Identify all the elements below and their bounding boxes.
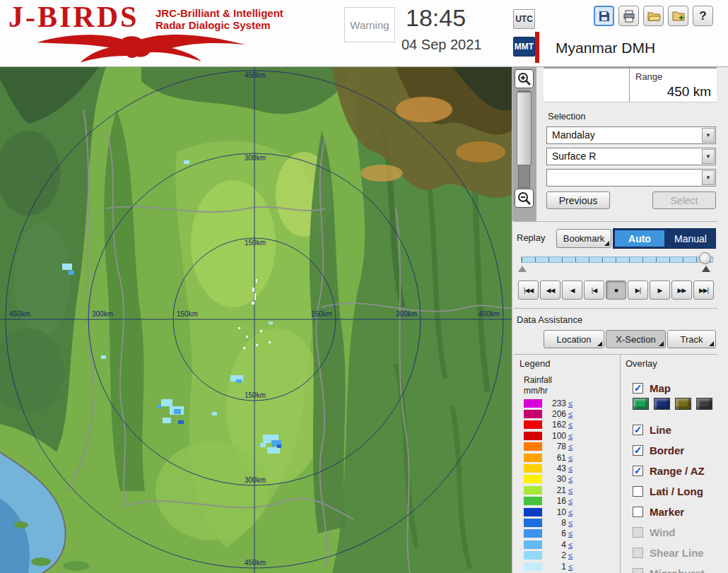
chevron-down-icon[interactable]: ▼ [702, 149, 715, 164]
legend-value: 21 [542, 485, 566, 495]
save-button[interactable] [594, 6, 614, 26]
timeline-start-marker[interactable] [518, 266, 527, 272]
control-panel: Range 450 km Selection Mandalay ▼ Surfac… [512, 67, 728, 573]
legend-threshold-link[interactable]: ≤ [568, 410, 573, 418]
legend-row: 8≤ [524, 517, 573, 528]
legend-threshold-link[interactable]: ≤ [568, 551, 573, 560]
legend-color-swatch [524, 562, 542, 571]
overlay-checkbox-shear-line [633, 548, 643, 558]
playback-skip-start-button[interactable]: |◀◀ [518, 280, 539, 300]
site-select[interactable]: Mandalay ▼ [546, 126, 716, 144]
save-icon [597, 9, 611, 23]
legend-threshold-link[interactable]: ≤ [568, 432, 573, 440]
overlay-label-line: Line [650, 424, 671, 436]
overlay-label-range-az: Range / AZ [650, 465, 705, 477]
playback-step-forward-button[interactable]: ▶| [628, 280, 648, 300]
track-button[interactable]: Track [667, 330, 716, 348]
separator [514, 221, 717, 222]
bookmark-button[interactable]: Bookmark [556, 229, 611, 248]
product-select[interactable]: Surface R ▼ [546, 148, 716, 165]
legend-threshold-link[interactable]: ≤ [568, 399, 573, 408]
location-button[interactable]: Location [544, 330, 604, 348]
map-style-swatch[interactable] [696, 398, 712, 410]
playback-fast-rewind-button[interactable]: ◀◀ [540, 280, 560, 300]
chevron-down-icon[interactable]: ▼ [702, 128, 715, 143]
replay-timeline-slider[interactable] [521, 256, 713, 263]
svg-text:150km: 150km [245, 391, 266, 399]
legend-color-swatch [524, 464, 542, 473]
help-icon: ? [699, 9, 706, 23]
map-style-swatch[interactable] [654, 398, 670, 410]
zoom-in-button[interactable] [515, 69, 534, 88]
playback-fast-forward-button[interactable]: ▶▶ [671, 280, 692, 300]
manual-mode-button[interactable]: Manual [666, 229, 715, 248]
overlay-checkbox-wind [633, 527, 643, 538]
legend-threshold-link[interactable]: ≤ [568, 540, 573, 549]
x-section-button[interactable]: X-Section [606, 330, 666, 348]
overlay-checkbox-lati-long[interactable] [633, 486, 643, 497]
add-window-button[interactable] [668, 6, 688, 26]
playback-stop-button[interactable]: ■ [606, 280, 626, 300]
legend-threshold-link[interactable]: ≤ [568, 519, 573, 527]
legend-threshold-link[interactable]: ≤ [568, 562, 573, 571]
data-assistance-label: Data Assistance [517, 314, 582, 325]
svg-text:300km: 300km [92, 310, 113, 318]
legend-value: 2 [542, 550, 566, 560]
overlay-label-wind: Wind [650, 526, 676, 538]
overlay-checkbox-marker[interactable] [633, 507, 643, 517]
help-button[interactable]: ? [693, 6, 713, 26]
legend-threshold-link[interactable]: ≤ [568, 508, 573, 516]
chevron-down-icon[interactable]: ▼ [702, 170, 715, 185]
legend-value: 233 [542, 398, 566, 408]
legend-color-swatch [524, 551, 542, 560]
timeline-end-marker[interactable] [702, 266, 710, 272]
playback-skip-end-button[interactable]: ▶▶| [693, 280, 714, 300]
logo-tagline: JRC-Brilliant & Intelligent Radar Dialog… [155, 7, 283, 31]
playback-reverse-play-button[interactable]: ◀ [562, 280, 582, 300]
playback-play-button[interactable]: ▶ [650, 280, 670, 300]
select-button[interactable]: Select [652, 191, 716, 209]
legend-row: 100≤ [524, 430, 573, 441]
mmt-button[interactable]: MMT [513, 37, 535, 57]
legend-threshold-link[interactable]: ≤ [568, 464, 573, 473]
previous-button[interactable]: Previous [546, 191, 610, 209]
zoom-strip [512, 67, 536, 221]
overlay-checkbox-border[interactable]: ✓ [633, 445, 643, 456]
legend-threshold-link[interactable]: ≤ [568, 486, 573, 495]
warning-button[interactable]: Warning [344, 7, 395, 42]
overlay-checkbox-map[interactable]: ✓ [633, 383, 643, 394]
separator [514, 354, 717, 355]
auto-mode-button[interactable]: Auto [615, 230, 664, 247]
radar-map[interactable]: 150km150km150km150km300km300km300km300km… [0, 67, 512, 573]
zoom-out-button[interactable] [515, 189, 534, 208]
legend-threshold-link[interactable]: ≤ [568, 454, 573, 462]
legend-scale: 233≤206≤162≤100≤78≤61≤43≤30≤21≤16≤10≤8≤6… [524, 398, 573, 572]
extra-select[interactable]: ▼ [546, 169, 716, 187]
timeline-handle[interactable] [699, 252, 711, 264]
overlay-label-microburst: Microburst [650, 567, 705, 573]
overlay-checkbox-range-az[interactable]: ✓ [633, 466, 643, 476]
legend-row: 30≤ [524, 474, 573, 485]
legend-color-swatch [524, 519, 542, 527]
print-button[interactable] [618, 6, 639, 26]
utc-button[interactable]: UTC [513, 9, 535, 29]
legend-threshold-link[interactable]: ≤ [568, 442, 573, 451]
svg-text:450km: 450km [245, 559, 266, 567]
add-window-icon [671, 9, 686, 23]
legend-threshold-link[interactable]: ≤ [568, 475, 573, 483]
map-style-swatches [633, 398, 712, 410]
clock-time: 18:45 [406, 4, 466, 32]
map-style-swatch[interactable] [633, 398, 649, 410]
legend-threshold-link[interactable]: ≤ [568, 420, 573, 429]
svg-text:300km: 300km [396, 310, 417, 318]
legend-unit-line2: mm/hr [524, 386, 548, 396]
legend-threshold-link[interactable]: ≤ [568, 529, 573, 538]
legend-value: 43 [542, 463, 566, 473]
zoom-slider-thumb[interactable] [517, 92, 532, 165]
playback-step-back-button[interactable]: |◀ [584, 280, 604, 300]
overlay-checkbox-line[interactable]: ✓ [633, 425, 643, 435]
legend-row: 10≤ [524, 507, 573, 517]
legend-threshold-link[interactable]: ≤ [568, 497, 573, 505]
open-folder-button[interactable] [643, 6, 664, 26]
map-style-swatch[interactable] [675, 398, 691, 410]
